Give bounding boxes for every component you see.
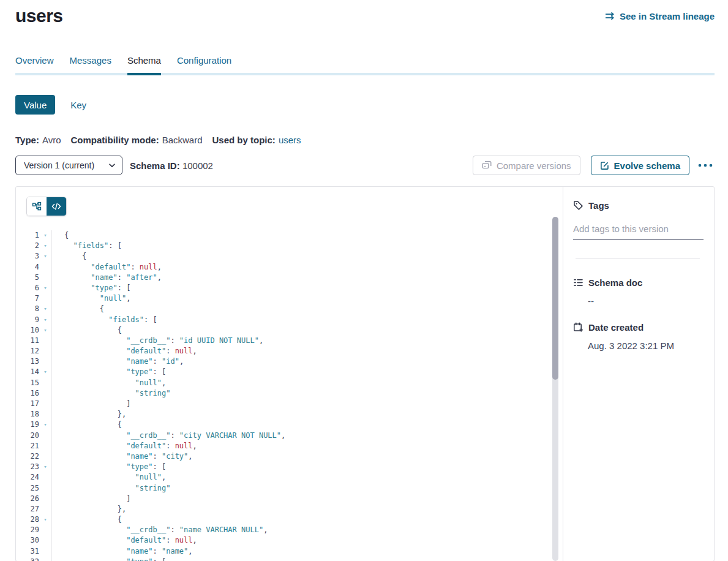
- code-line: 9▾ "fields": [: [16, 315, 563, 325]
- fold-spacer: [39, 504, 51, 514]
- line-number: 30: [16, 535, 39, 546]
- code-text: ]: [51, 399, 563, 409]
- tree-view-button[interactable]: [27, 197, 47, 216]
- fold-toggle-icon[interactable]: ▾: [39, 315, 51, 325]
- code-text: "type": [: [51, 462, 563, 472]
- code-line: 2▾ "fields": [: [16, 241, 563, 251]
- value-tab-button[interactable]: Value: [15, 95, 55, 115]
- fold-spacer: [39, 431, 51, 441]
- schema-sidebar: Tags Schema doc --: [563, 187, 714, 561]
- tabs: OverviewMessagesSchemaConfiguration: [15, 55, 715, 75]
- fold-spacer: [39, 346, 51, 356]
- code-line: 16 "string": [16, 388, 563, 399]
- fold-toggle-icon[interactable]: ▾: [39, 304, 51, 314]
- code-line: 11 "__crdb__": "id UUID NOT NULL",: [16, 336, 563, 346]
- code-text: {: [51, 420, 563, 430]
- fold-spacer: [39, 472, 51, 483]
- line-number: 22: [16, 451, 39, 462]
- tab-messages[interactable]: Messages: [70, 55, 111, 73]
- version-select[interactable]: Version 1 (current): [15, 156, 122, 175]
- code-line: 17 ]: [16, 399, 563, 409]
- code-text: "__crdb__": "name VARCHAR NULL",: [51, 525, 563, 535]
- date-created-heading-label: Date created: [588, 322, 644, 333]
- fold-toggle-icon[interactable]: ▾: [39, 251, 51, 262]
- code-line: 19▾ {: [16, 420, 563, 430]
- code-view-button[interactable]: [47, 197, 66, 216]
- topic-link[interactable]: users: [279, 135, 301, 145]
- schema-viewer: 1▾{2▾ "fields": [3▾ {4 "default": null,5…: [16, 187, 563, 561]
- stream-lineage-link[interactable]: See in Stream lineage: [605, 11, 715, 21]
- compare-versions-icon: [482, 160, 492, 170]
- code-line: 29 "__crdb__": "name VARCHAR NULL",: [16, 525, 563, 535]
- code-text: "string": [51, 483, 563, 494]
- schema-doc-heading: Schema doc: [573, 277, 704, 288]
- code-line: 27 },: [16, 504, 563, 514]
- tags-input[interactable]: [573, 224, 704, 240]
- key-tab-link[interactable]: Key: [70, 100, 86, 110]
- line-number: 13: [16, 356, 39, 367]
- tab-schema[interactable]: Schema: [127, 55, 161, 75]
- line-number: 15: [16, 378, 39, 388]
- used-by-topic-label: Used by topic:: [212, 135, 276, 145]
- code-text: "default": null,: [51, 346, 563, 356]
- code-line: 8▾ {: [16, 304, 563, 314]
- code-text: "fields": [: [51, 315, 563, 325]
- tab-configuration[interactable]: Configuration: [177, 55, 231, 73]
- code-text: "fields": [: [51, 241, 563, 251]
- list-icon: [573, 277, 584, 288]
- code-line: 26 ]: [16, 494, 563, 504]
- fold-toggle-icon[interactable]: ▾: [39, 557, 51, 561]
- schema-meta: Type: Avro Compatibility mode: Backward …: [15, 135, 715, 145]
- code-text: "name": "id",: [51, 356, 563, 367]
- more-options-button[interactable]: [696, 162, 715, 169]
- fold-spacer: [39, 451, 51, 462]
- code-line: 18 },: [16, 409, 563, 420]
- fold-spacer: [39, 535, 51, 546]
- code-view-icon: [51, 201, 61, 211]
- code-scrollbar-track[interactable]: [552, 217, 558, 561]
- tab-overview[interactable]: Overview: [15, 55, 54, 73]
- fold-spacer: [39, 483, 51, 494]
- code-text: {: [51, 304, 563, 314]
- fold-spacer: [39, 356, 51, 367]
- code-text: "null",: [51, 378, 563, 388]
- code-line: 24 "null",: [16, 472, 563, 483]
- fold-toggle-icon[interactable]: ▾: [39, 514, 51, 525]
- fold-toggle-icon[interactable]: ▾: [39, 367, 51, 377]
- line-number: 11: [16, 336, 39, 346]
- fold-toggle-icon[interactable]: ▾: [39, 462, 51, 472]
- fold-toggle-icon[interactable]: ▾: [39, 241, 51, 251]
- fold-toggle-icon[interactable]: ▾: [39, 283, 51, 293]
- line-number: 20: [16, 431, 39, 441]
- value-key-toggle: Value Key: [15, 95, 715, 115]
- line-number: 32: [16, 557, 39, 561]
- line-number: 8: [16, 304, 39, 314]
- code-line: 7 "null",: [16, 293, 563, 304]
- code-text: "null",: [51, 293, 563, 304]
- fold-spacer: [39, 441, 51, 451]
- line-number: 18: [16, 409, 39, 420]
- page-header: users See in Stream lineage: [15, 5, 715, 27]
- code-line: 6▾ "type": [: [16, 283, 563, 293]
- code-text: {: [51, 251, 563, 262]
- code-line: 22 "name": "city",: [16, 451, 563, 462]
- schema-page: users See in Stream lineage OverviewMess…: [0, 5, 728, 561]
- code-text: "default": null,: [51, 262, 563, 273]
- evolve-schema-label: Evolve schema: [614, 160, 680, 171]
- fold-spacer: [39, 262, 51, 273]
- evolve-schema-button[interactable]: Evolve schema: [591, 156, 689, 175]
- fold-toggle-icon[interactable]: ▾: [39, 325, 51, 336]
- code-line: 10▾ {: [16, 325, 563, 336]
- fold-toggle-icon[interactable]: ▾: [39, 230, 51, 241]
- date-created-value: Aug. 3 2022 3:21 PM: [573, 341, 704, 351]
- line-number: 28: [16, 514, 39, 525]
- schema-doc-section: Schema doc --: [573, 277, 704, 306]
- code-scrollbar-thumb[interactable]: [552, 217, 558, 380]
- line-number: 23: [16, 462, 39, 472]
- compare-versions-button[interactable]: Compare versions: [473, 156, 580, 175]
- code-text: "name": "after",: [51, 273, 563, 283]
- fold-toggle-icon[interactable]: ▾: [39, 420, 51, 430]
- date-created-heading: Date created: [573, 322, 704, 333]
- stream-lineage-label: See in Stream lineage: [620, 11, 715, 21]
- fold-spacer: [39, 378, 51, 388]
